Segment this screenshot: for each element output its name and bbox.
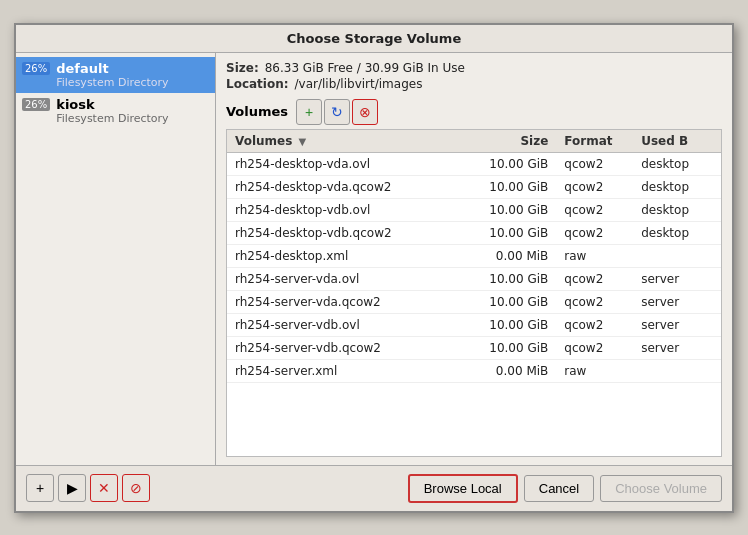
volume-name: rh254-desktop-vda.ovl — [227, 152, 469, 175]
col-header-usedb: Used B — [633, 130, 721, 153]
size-row: Size: 86.33 GiB Free / 30.99 GiB In Use — [226, 61, 722, 75]
col-header-size: Size — [469, 130, 557, 153]
volume-name: rh254-server-vdb.ovl — [227, 313, 469, 336]
volume-usedb: server — [633, 336, 721, 359]
volumes-label: Volumes — [226, 104, 288, 119]
add-volume-button[interactable]: + — [296, 99, 322, 125]
volume-format: raw — [556, 359, 633, 382]
bottom-bar: + ▶ ✕ ⊘ Browse Local Cancel Choose Volum… — [16, 465, 732, 511]
stop-button[interactable]: ⊘ — [122, 474, 150, 502]
table-row[interactable]: rh254-server-vda.ovl 10.00 GiB qcow2 ser… — [227, 267, 721, 290]
volumes-table: Volumes ▼ Size Format Used B rh254-deskt… — [227, 130, 721, 383]
volume-format: qcow2 — [556, 267, 633, 290]
refresh-button[interactable]: ↻ — [324, 99, 350, 125]
table-row[interactable]: rh254-server.xml 0.00 MiB raw — [227, 359, 721, 382]
volume-size: 10.00 GiB — [469, 267, 557, 290]
volume-format: qcow2 — [556, 313, 633, 336]
col-header-volumes: Volumes ▼ — [227, 130, 469, 153]
volume-format: raw — [556, 244, 633, 267]
table-row[interactable]: rh254-server-vdb.qcow2 10.00 GiB qcow2 s… — [227, 336, 721, 359]
table-row[interactable]: rh254-desktop.xml 0.00 MiB raw — [227, 244, 721, 267]
table-row[interactable]: rh254-desktop-vdb.qcow2 10.00 GiB qcow2 … — [227, 221, 721, 244]
volumes-table-wrapper[interactable]: Volumes ▼ Size Format Used B rh254-deskt… — [226, 129, 722, 457]
volume-size: 10.00 GiB — [469, 198, 557, 221]
volume-format: qcow2 — [556, 152, 633, 175]
volumes-toolbar: Volumes + ↻ ⊗ — [226, 99, 722, 125]
volume-usedb: desktop — [633, 175, 721, 198]
volume-format: qcow2 — [556, 290, 633, 313]
storage-percent-kiosk: 26% — [22, 98, 50, 111]
dialog-body: 26% default Filesystem Directory 26% kio… — [16, 53, 732, 465]
volume-usedb: server — [633, 267, 721, 290]
browse-local-button[interactable]: Browse Local — [408, 474, 518, 503]
size-label: Size: — [226, 61, 259, 75]
cancel-button[interactable]: Cancel — [524, 475, 594, 502]
storage-item-kiosk[interactable]: 26% kiosk Filesystem Directory — [16, 93, 215, 129]
volume-name: rh254-desktop.xml — [227, 244, 469, 267]
volume-usedb: server — [633, 313, 721, 336]
storage-name-kiosk: kiosk — [56, 97, 168, 112]
col-header-format: Format — [556, 130, 633, 153]
location-value: /var/lib/libvirt/images — [295, 77, 423, 91]
storage-type-default: Filesystem Directory — [56, 76, 168, 89]
volume-size: 10.00 GiB — [469, 152, 557, 175]
storage-list: 26% default Filesystem Directory 26% kio… — [16, 53, 216, 465]
choose-volume-button[interactable]: Choose Volume — [600, 475, 722, 502]
storage-percent-default: 26% — [22, 62, 50, 75]
volume-name: rh254-server-vda.qcow2 — [227, 290, 469, 313]
table-row[interactable]: rh254-desktop-vda.ovl 10.00 GiB qcow2 de… — [227, 152, 721, 175]
volume-usedb: desktop — [633, 198, 721, 221]
volume-name: rh254-server-vdb.qcow2 — [227, 336, 469, 359]
storage-type-kiosk: Filesystem Directory — [56, 112, 168, 125]
location-label: Location: — [226, 77, 289, 91]
volume-size: 10.00 GiB — [469, 290, 557, 313]
volume-size: 10.00 GiB — [469, 221, 557, 244]
play-button[interactable]: ▶ — [58, 474, 86, 502]
volume-format: qcow2 — [556, 175, 633, 198]
volume-usedb — [633, 244, 721, 267]
volume-name: rh254-desktop-vdb.qcow2 — [227, 221, 469, 244]
table-row[interactable]: rh254-desktop-vda.qcow2 10.00 GiB qcow2 … — [227, 175, 721, 198]
volume-size: 10.00 GiB — [469, 336, 557, 359]
volume-usedb: server — [633, 290, 721, 313]
table-row[interactable]: rh254-server-vdb.ovl 10.00 GiB qcow2 ser… — [227, 313, 721, 336]
add-button[interactable]: + — [26, 474, 54, 502]
choose-storage-volume-dialog: Choose Storage Volume 26% default Filesy… — [14, 23, 734, 513]
volume-size: 10.00 GiB — [469, 313, 557, 336]
volume-name: rh254-server.xml — [227, 359, 469, 382]
volume-format: qcow2 — [556, 198, 633, 221]
volume-format: qcow2 — [556, 336, 633, 359]
delete-volume-button[interactable]: ⊗ — [352, 99, 378, 125]
table-row[interactable]: rh254-server-vda.qcow2 10.00 GiB qcow2 s… — [227, 290, 721, 313]
delete-button[interactable]: ✕ — [90, 474, 118, 502]
bottom-left-buttons: + ▶ ✕ ⊘ — [26, 474, 150, 502]
volume-size: 10.00 GiB — [469, 175, 557, 198]
volume-name: rh254-desktop-vdb.ovl — [227, 198, 469, 221]
volume-usedb: desktop — [633, 221, 721, 244]
bottom-right-buttons: Browse Local Cancel Choose Volume — [408, 474, 722, 503]
storage-item-default[interactable]: 26% default Filesystem Directory — [16, 57, 215, 93]
volume-name: rh254-server-vda.ovl — [227, 267, 469, 290]
location-row: Location: /var/lib/libvirt/images — [226, 77, 722, 91]
volume-size: 0.00 MiB — [469, 244, 557, 267]
size-value: 86.33 GiB Free / 30.99 GiB In Use — [265, 61, 465, 75]
dialog-title: Choose Storage Volume — [16, 25, 732, 53]
table-row[interactable]: rh254-desktop-vdb.ovl 10.00 GiB qcow2 de… — [227, 198, 721, 221]
table-header-row: Volumes ▼ Size Format Used B — [227, 130, 721, 153]
volume-name: rh254-desktop-vda.qcow2 — [227, 175, 469, 198]
right-panel: Size: 86.33 GiB Free / 30.99 GiB In Use … — [216, 53, 732, 465]
volume-usedb: desktop — [633, 152, 721, 175]
volume-size: 0.00 MiB — [469, 359, 557, 382]
volume-format: qcow2 — [556, 221, 633, 244]
volume-usedb — [633, 359, 721, 382]
storage-name-default: default — [56, 61, 168, 76]
